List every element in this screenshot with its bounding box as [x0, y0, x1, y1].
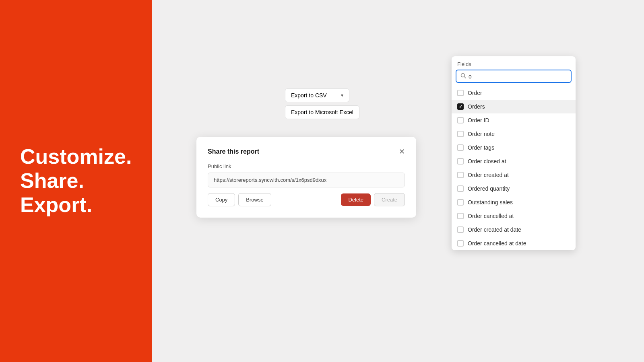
checkbox-order-note[interactable]	[457, 131, 464, 137]
delete-button[interactable]: Delete	[341, 193, 371, 206]
field-label-order-cancelled-at: Order cancelled at	[468, 213, 514, 219]
field-item-outstanding-sales[interactable]: Outstanding sales	[452, 195, 576, 209]
checkbox-outstanding-sales[interactable]	[457, 199, 464, 206]
close-button[interactable]: ✕	[399, 148, 405, 155]
field-item-order-cancelled-at[interactable]: Order cancelled at	[452, 209, 576, 223]
field-label-order-created-at-date: Order created at date	[468, 226, 521, 233]
field-item-order[interactable]: Order	[452, 86, 576, 100]
export-csv-button[interactable]: Export to CSV ▾	[285, 88, 349, 102]
checkbox-order-closed-at[interactable]	[457, 158, 464, 165]
checkbox-order-tags[interactable]	[457, 144, 464, 151]
checkbox-order-cancelled-at[interactable]	[457, 213, 464, 219]
field-label-order-cancelled-at-date: Order cancelled at date	[468, 240, 526, 247]
field-item-orders[interactable]: Orders	[452, 100, 576, 113]
right-panel: Export to CSV ▾ Export to Microsoft Exce…	[152, 0, 644, 362]
share-dialog-header: Share this report ✕	[208, 148, 405, 155]
field-label-order-id: Order ID	[468, 117, 489, 123]
fields-list: OrderOrdersOrder IDOrder noteOrder tagsO…	[452, 86, 576, 250]
svg-line-1	[464, 77, 466, 78]
field-label-order-note: Order note	[468, 131, 495, 137]
dialog-actions: Copy Browse Delete Create	[208, 193, 405, 206]
checkbox-order-id[interactable]	[457, 117, 464, 123]
checkbox-order-created-at[interactable]	[457, 172, 464, 178]
field-item-order-tags[interactable]: Order tags	[452, 141, 576, 154]
export-area: Export to CSV ▾ Export to Microsoft Exce…	[285, 88, 359, 119]
chevron-down-icon: ▾	[341, 93, 343, 98]
share-dialog: Share this report ✕ Public link https://…	[196, 137, 416, 218]
create-button[interactable]: Create	[374, 193, 405, 206]
field-label-order-tags: Order tags	[468, 144, 494, 151]
checkbox-ordered-quantity[interactable]	[457, 185, 464, 192]
public-link-value: https://storereports.syncwith.com/s/1x6p…	[208, 173, 405, 187]
field-item-order-note[interactable]: Order note	[452, 127, 576, 141]
export-excel-label: Export to Microsoft Excel	[291, 109, 353, 115]
share-dialog-title: Share this report	[208, 148, 259, 155]
field-item-order-id[interactable]: Order ID	[452, 113, 576, 127]
hero-line-3: Export.	[20, 193, 132, 217]
checkbox-order[interactable]	[457, 90, 464, 96]
hero-text: Customize. Share. Export.	[20, 145, 132, 217]
field-item-order-created-at-date[interactable]: Order created at date	[452, 223, 576, 237]
checkbox-order-created-at-date[interactable]	[457, 226, 464, 233]
field-label-ordered-quantity: Ordered quantity	[468, 185, 510, 192]
field-label-order: Order	[468, 90, 482, 96]
field-label-order-closed-at: Order closed at	[468, 158, 506, 165]
export-csv-label: Export to CSV	[291, 92, 327, 99]
fields-search-input[interactable]	[469, 73, 567, 80]
search-icon	[460, 73, 466, 80]
hero-line-2: Share.	[20, 169, 132, 193]
hero-line-1: Customize.	[20, 145, 132, 169]
copy-button[interactable]: Copy	[208, 193, 235, 206]
field-item-order-created-at[interactable]: Order created at	[452, 168, 576, 182]
checkbox-order-cancelled-at-date[interactable]	[457, 240, 464, 247]
field-label-order-created-at: Order created at	[468, 172, 509, 178]
left-panel: Customize. Share. Export.	[0, 0, 152, 362]
checkbox-orders[interactable]	[457, 103, 464, 110]
field-item-ordered-quantity[interactable]: Ordered quantity	[452, 182, 576, 195]
browse-button[interactable]: Browse	[238, 193, 271, 206]
fields-label: Fields	[452, 56, 576, 70]
field-item-order-closed-at[interactable]: Order closed at	[452, 154, 576, 168]
field-label-outstanding-sales: Outstanding sales	[468, 199, 513, 206]
fields-dropdown: Fields OrderOrdersOrder IDOrder noteOrde…	[452, 56, 576, 250]
public-link-label: Public link	[208, 163, 405, 169]
field-item-order-cancelled-at-date[interactable]: Order cancelled at date	[452, 237, 576, 250]
field-label-orders: Orders	[468, 103, 485, 110]
export-excel-button[interactable]: Export to Microsoft Excel	[285, 105, 359, 119]
fields-search-box[interactable]	[456, 70, 572, 83]
